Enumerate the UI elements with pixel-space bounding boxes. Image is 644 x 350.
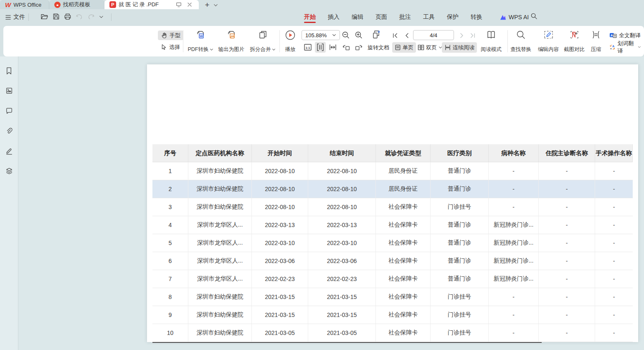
edit-content-button[interactable]: 编辑内容 <box>535 30 562 53</box>
save-icon[interactable] <box>53 13 60 22</box>
medical-records-table: 序号定点医药机构名称开始时间结束时间就诊凭证类型医疗类别病种名称住院主诊断名称手… <box>152 144 633 342</box>
quickbar-chevron-icon[interactable] <box>99 13 104 21</box>
table-row[interactable]: 4深圳市龙华区人...2022-03-132022-03-13社会保障卡普通门诊… <box>152 216 633 234</box>
menu-item[interactable]: 编辑 <box>352 10 363 24</box>
tab-wps-home[interactable]: W WPS Office <box>0 0 49 9</box>
table-cell: - <box>489 288 539 306</box>
table-cell: - <box>595 180 633 198</box>
search-icon[interactable] <box>530 13 538 21</box>
fit-width-button[interactable] <box>327 42 338 53</box>
select-tool-button[interactable]: 选择 <box>158 42 183 52</box>
pdf-convert-button[interactable]: W PDF转换 <box>186 30 215 53</box>
fit-page-button[interactable] <box>315 42 326 53</box>
tab-docer[interactable]: 找稻壳模板 <box>49 0 104 9</box>
signature-icon[interactable] <box>4 146 14 156</box>
table-cell: 普通门诊 <box>431 180 489 198</box>
menu-item[interactable]: 开始 <box>304 10 316 24</box>
last-page-button[interactable] <box>467 30 478 41</box>
menu-wps-ai[interactable]: WPS AI <box>499 9 529 25</box>
layers-icon[interactable] <box>4 166 14 176</box>
double-page-button[interactable]: 双页 <box>415 42 445 53</box>
table-row[interactable]: 10深圳市妇幼保健院2021-03-052021-03-05社会保障卡门诊挂号-… <box>152 324 633 342</box>
word-translate-button[interactable]: A x 划词翻译 <box>606 42 644 52</box>
file-menu-label: 文件 <box>13 13 25 21</box>
table-row[interactable]: 3深圳市妇幼保健院2022-08-102022-08-10社会保障卡门诊挂号--… <box>152 198 633 216</box>
table-cell: 1 <box>152 162 188 180</box>
split-merge-icon <box>258 30 268 40</box>
continuous-read-button[interactable]: 连续阅读 <box>442 42 477 53</box>
next-page-button[interactable] <box>456 30 467 41</box>
menu-item[interactable]: 转换 <box>471 10 482 24</box>
compress-button[interactable]: 压缩 <box>585 30 607 53</box>
hand-tool-button[interactable]: 手型 <box>158 31 183 40</box>
monitor-icon[interactable] <box>175 0 183 9</box>
table-cell: 深圳市妇幼保健院 <box>188 306 252 324</box>
thumbnail-icon[interactable] <box>4 86 14 96</box>
table-row[interactable]: 1深圳市妇幼保健院2022-08-102022-08-10居民身份证普通门诊--… <box>152 162 633 180</box>
open-file-icon[interactable] <box>41 13 48 22</box>
table-row[interactable]: 6深圳市龙华区人...2022-03-062022-03-06社会保障卡普通门诊… <box>152 252 633 270</box>
single-page-button[interactable]: 单页 <box>392 42 416 53</box>
rotate-left-button[interactable] <box>341 42 352 53</box>
new-tab-button[interactable]: + <box>203 1 211 9</box>
play-label: 播放 <box>285 46 296 53</box>
attachment-icon[interactable] <box>4 126 14 136</box>
table-cell: 居民身份证 <box>376 162 431 180</box>
actual-size-button[interactable]: 1:1 <box>302 42 313 53</box>
comment-icon[interactable] <box>4 106 14 116</box>
table-cell: 普通门诊 <box>431 216 489 234</box>
table-cell: 普通门诊 <box>431 162 489 180</box>
export-image-button[interactable]: 输出为图片 <box>217 30 246 53</box>
rotate-document-button[interactable]: 旋转文档 <box>365 42 392 53</box>
close-tab-icon[interactable] <box>185 0 194 9</box>
rotate-right-button[interactable] <box>353 42 364 53</box>
menu-item[interactable]: 页面 <box>375 10 387 24</box>
word-translate-label: 划词翻译 <box>617 40 636 55</box>
zoom-level-value: 105.88% <box>305 32 327 38</box>
screenshot-compare-button[interactable]: 截图对比 <box>560 30 588 53</box>
menu-item[interactable]: 批注 <box>399 10 411 24</box>
table-cell: 门诊挂号 <box>431 306 489 324</box>
divider <box>111 13 112 21</box>
zoom-in-button[interactable] <box>353 30 364 41</box>
pdf-page[interactable]: 序号定点医药机构名称开始时间结束时间就诊凭证类型医疗类别病种名称住院主诊断名称手… <box>147 64 638 342</box>
table-cell: 2022-08-10 <box>308 198 376 216</box>
table-row[interactable]: 2深圳市妇幼保健院2022-08-102022-08-10居民身份证普通门诊--… <box>152 180 633 198</box>
table-cell: 社会保障卡 <box>376 324 431 342</box>
find-replace-button[interactable]: 查找替换 <box>507 30 535 53</box>
table-row[interactable]: 5深圳市龙华区人...2022-03-102022-03-10社会保障卡普通门诊… <box>152 234 633 252</box>
tab-list-chevron-icon[interactable] <box>211 1 220 9</box>
file-menu-button[interactable]: 文件 <box>5 13 25 21</box>
table-cell: - <box>489 162 539 180</box>
table-cell: - <box>595 198 633 216</box>
undo-icon[interactable] <box>76 13 83 21</box>
prev-page-button[interactable] <box>401 30 412 41</box>
table-row[interactable]: 9深圳市妇幼保健院2021-03-152021-03-15社会保障卡门诊挂号--… <box>152 306 633 324</box>
split-merge-button[interactable]: 拆分合并 <box>248 30 277 53</box>
redo-icon[interactable] <box>87 13 95 21</box>
table-cell: 新冠肺炎门诊... <box>489 216 539 234</box>
table-header-cell: 手术操作名称 <box>595 144 633 162</box>
menu-item[interactable]: 工具 <box>423 10 435 24</box>
table-cell: 社会保障卡 <box>376 234 431 252</box>
full-translate-label: 全文翻译 <box>619 32 641 39</box>
table-cell: 深圳市妇幼保健院 <box>188 288 252 306</box>
first-page-button[interactable] <box>390 30 401 41</box>
zoom-level-combobox[interactable]: 105.88% <box>302 30 340 40</box>
full-translate-button[interactable]: A 全文翻译 <box>606 31 644 40</box>
bookmark-icon[interactable] <box>4 66 14 76</box>
print-icon[interactable] <box>64 13 71 22</box>
read-mode-button[interactable]: 阅读模式 <box>478 30 505 53</box>
cursor-icon <box>161 44 167 50</box>
tab-document[interactable]: P 就 医 记 录 .PDF <box>104 0 199 9</box>
page-organize-button[interactable] <box>371 29 382 40</box>
zoom-out-button[interactable] <box>340 30 351 41</box>
table-row[interactable]: 8深圳市妇幼保健院2021-03-152021-03-15社会保障卡门诊挂号--… <box>152 288 633 306</box>
menu-item[interactable]: 插入 <box>328 10 340 24</box>
split-merge-label: 拆分合并 <box>250 46 271 53</box>
table-row[interactable]: 7深圳市龙华区人...2022-02-232022-02-23社会保障卡普通门诊… <box>152 270 633 288</box>
menu-item[interactable]: 保护 <box>447 10 459 24</box>
page-indicator-input[interactable]: 4/4 <box>413 30 454 40</box>
table-header-cell: 病种名称 <box>489 144 539 162</box>
play-button[interactable]: 播放 <box>276 30 305 53</box>
